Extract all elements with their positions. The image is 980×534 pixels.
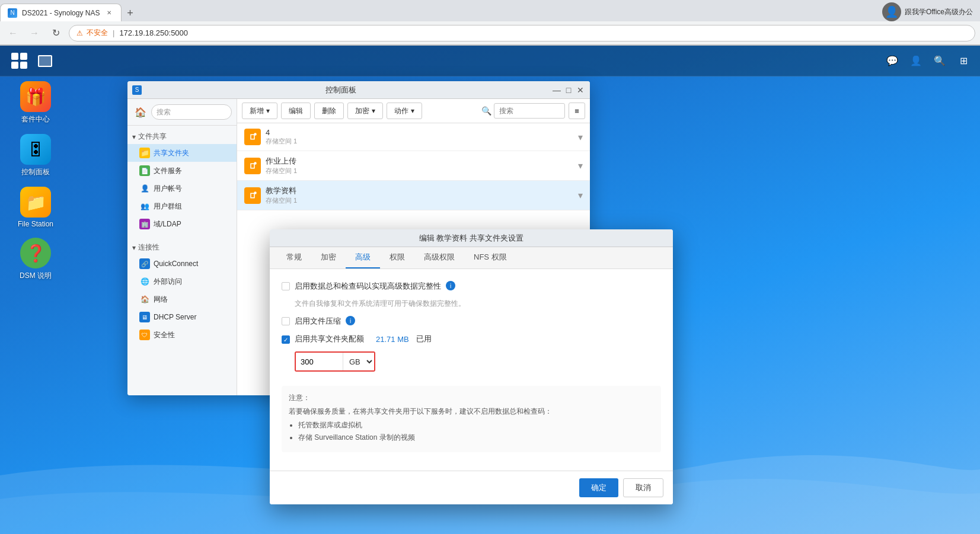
action-label: 动作 <box>394 106 408 116</box>
tab-permissions[interactable]: 权限 <box>380 247 414 268</box>
folder-education-expand-icon[interactable] <box>578 190 583 201</box>
address-separator: | <box>113 28 114 37</box>
edit-notes-title: 注意： <box>289 393 654 403</box>
taskbar-user-icon[interactable]: 👤 <box>906 52 925 71</box>
edit-dialog-titlebar: 编辑 教学资料 共享文件夹设置 <box>270 229 673 247</box>
sidebar-item-security[interactable]: 🛡 安全性 <box>127 326 237 344</box>
taskbar-apps-icon[interactable] <box>7 49 31 73</box>
cp-home-button[interactable]: 🏠 <box>132 104 149 120</box>
back-button[interactable]: ← <box>5 25 21 41</box>
cp-sidebar-search[interactable]: 搜索 <box>151 104 232 120</box>
data-checksum-desc: 文件自我修复和文件系统清理可用于确保数据完整性。 <box>295 299 661 309</box>
folder-education-name: 教学资料 <box>266 186 578 196</box>
cp-file-sharing-label: 文件共享 <box>138 132 167 142</box>
reload-button[interactable]: ↻ <box>47 25 64 41</box>
edit-button[interactable]: 编辑 <box>281 103 311 119</box>
quota-section: ✓ 启用共享文件夹配额 21.71 MB 已用 KB MB GB TB <box>282 334 661 372</box>
tab-close-button[interactable]: ✕ <box>104 8 114 18</box>
profile-avatar[interactable]: 👤 <box>882 2 901 21</box>
filter-input[interactable] <box>494 103 565 119</box>
cp-maximize-btn[interactable]: □ <box>564 85 573 95</box>
delete-button[interactable]: 删除 <box>314 103 344 119</box>
dsm-desktop: 💬 👤 🔍 ⊞ 🎁 套件中心 🎛 控制面板 📁 File Station <box>0 46 980 534</box>
data-checksum-row: 启用数据总和检查码以实现高级数据完整性 i <box>282 281 661 292</box>
data-checksum-checkbox[interactable] <box>282 282 290 290</box>
list-item-4[interactable]: 4 存储空间 1 <box>237 123 590 151</box>
cancel-button[interactable]: 取消 <box>623 478 663 497</box>
forward-button[interactable]: → <box>26 25 43 41</box>
cp-search-window-btn[interactable]: 🔍 <box>540 85 550 95</box>
sidebar-network-label: 网络 <box>154 295 168 305</box>
cp-connectivity-header[interactable]: ▾ 连接性 <box>127 240 237 255</box>
edit-notes-list: 托管数据库或虚拟机 存储 Surveillance Station 录制的视频 <box>289 420 654 443</box>
user-account-icon: 👤 <box>139 183 150 194</box>
taskbar-grid-icon[interactable]: ⊞ <box>954 52 973 71</box>
sidebar-item-quickconnect[interactable]: 🔗 QuickConnect <box>127 255 237 273</box>
file-station-desktop-icon[interactable]: 📁 File Station <box>12 187 59 228</box>
data-checksum-label: 启用数据总和检查码以实现高级数据完整性 <box>295 281 441 292</box>
encrypt-button[interactable]: 加密 <box>347 103 383 119</box>
sort-button[interactable]: ≡ <box>569 103 585 119</box>
tab-advanced[interactable]: 高级 <box>346 247 380 268</box>
sidebar-item-user-account[interactable]: 👤 用户帐号 <box>127 180 237 197</box>
taskbar-window-icon[interactable] <box>33 49 57 73</box>
tab-advanced-permissions[interactable]: 高级权限 <box>414 247 464 268</box>
package-center-icon[interactable]: 🎁 套件中心 <box>12 81 59 124</box>
sidebar-item-shared-folder[interactable]: 📁 共享文件夹 <box>127 144 237 162</box>
tab-encryption[interactable]: 加密 <box>311 247 346 268</box>
folder-4-icon <box>244 129 261 145</box>
tab-nfs-permissions[interactable]: NFS 权限 <box>464 247 516 268</box>
quota-unit-select[interactable]: KB MB GB TB <box>343 353 374 370</box>
sidebar-shared-folder-label: 共享文件夹 <box>154 148 189 158</box>
network-icon: 🏠 <box>139 294 150 305</box>
tab-general[interactable]: 常规 <box>277 247 311 268</box>
cp-close-btn[interactable]: ✕ <box>576 85 585 95</box>
cp-minimize-btn[interactable]: — <box>552 85 561 95</box>
add-button[interactable]: 新增 <box>242 103 277 119</box>
sidebar-file-service-label: 文件服务 <box>154 166 182 176</box>
folder-4-expand-icon[interactable] <box>578 132 583 143</box>
browser-tab-active[interactable]: N DS2021 - Synology NAS ✕ <box>0 4 122 21</box>
sidebar-item-user-group[interactable]: 👥 用户群组 <box>127 197 237 215</box>
cp-sidebar: 🏠 搜索 ▾ 文件共享 📁 共享文件夹 � <box>127 99 237 395</box>
cp-sidebar-file-sharing: ▾ 文件共享 📁 共享文件夹 📄 文件服务 👤 用户帐号 <box>127 126 237 236</box>
edit-label: 编辑 <box>289 106 303 116</box>
svg-point-2 <box>254 191 257 194</box>
cp-window-buttons: 🔍 — □ ✕ <box>540 85 585 95</box>
file-compression-label: 启用文件压缩 <box>295 316 341 327</box>
file-compression-info-icon[interactable]: i <box>346 316 355 325</box>
file-compression-checkbox[interactable] <box>282 317 290 325</box>
action-chevron-icon <box>411 107 414 115</box>
security-icon: 🛡 <box>139 330 150 340</box>
svg-point-1 <box>254 162 257 165</box>
dsm-help-desktop-icon[interactable]: ❓ DSM 说明 <box>12 238 59 281</box>
sidebar-item-file-service[interactable]: 📄 文件服务 <box>127 162 237 180</box>
cp-file-sharing-header[interactable]: ▾ 文件共享 <box>127 129 237 144</box>
sidebar-item-domain-ldap[interactable]: 🏢 域/LDAP <box>127 215 237 233</box>
taskbar-chat-icon[interactable]: 💬 <box>883 52 902 71</box>
svg-point-0 <box>254 133 257 136</box>
taskbar-search-icon[interactable]: 🔍 <box>930 52 949 71</box>
user-group-icon: 👥 <box>139 201 150 212</box>
folder-homework-expand-icon[interactable] <box>578 160 583 171</box>
action-button[interactable]: 动作 <box>387 103 422 119</box>
new-tab-button[interactable]: + <box>122 5 138 21</box>
list-item-homework[interactable]: 作业上传 存储空间 1 <box>237 151 590 181</box>
quota-checkbox[interactable]: ✓ <box>282 335 290 344</box>
edit-dialog-tabs: 常规 加密 高级 权限 高级权限 NFS 权限 <box>270 247 673 269</box>
dsm-taskbar: 💬 👤 🔍 ⊞ <box>0 46 980 76</box>
list-item-education[interactable]: 教学资料 存储空间 1 <box>237 181 590 210</box>
control-panel-desktop-icon[interactable]: 🎛 控制面板 <box>12 134 59 177</box>
edit-dialog-content: 启用数据总和检查码以实现高级数据完整性 i 文件自我修复和文件系统清理可用于确保… <box>270 269 673 471</box>
address-bar[interactable]: ⚠ 不安全 | 172.19.18.250:5000 <box>69 25 975 41</box>
sidebar-item-dhcp-server[interactable]: 🖥 DHCP Server <box>127 308 237 326</box>
sidebar-item-external-access[interactable]: 🌐 外部访问 <box>127 273 237 290</box>
sidebar-item-network[interactable]: 🏠 网络 <box>127 290 237 308</box>
sidebar-security-label: 安全性 <box>154 330 175 340</box>
shared-folder-icon: 📁 <box>139 148 150 158</box>
data-checksum-info-icon[interactable]: i <box>446 281 455 290</box>
quota-number-input[interactable] <box>296 353 343 370</box>
file-station-label: File Station <box>18 220 53 228</box>
confirm-button[interactable]: 确定 <box>579 478 618 497</box>
cp-connectivity-label: 连接性 <box>138 242 159 252</box>
